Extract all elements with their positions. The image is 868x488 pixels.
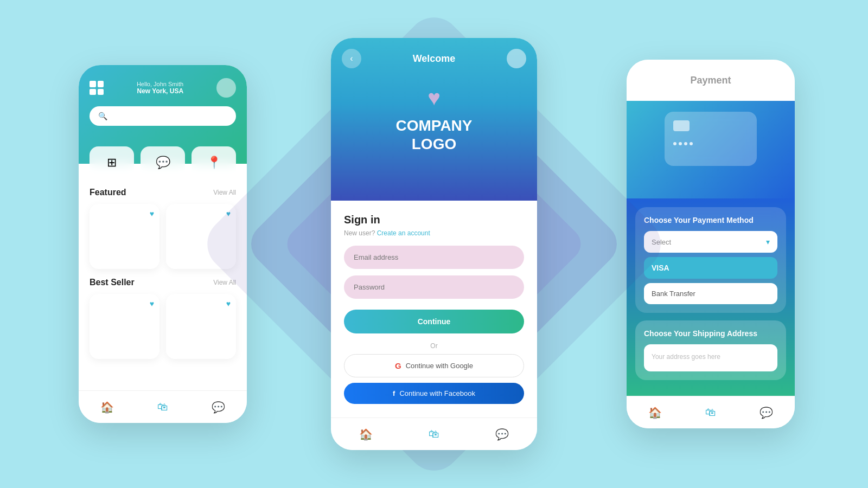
bestseller-header: Best Seller View All [90,278,236,287]
search-bar[interactable]: 🔍 [90,106,236,126]
payment-back-icon: ‹ [646,75,648,85]
payment-title: Payment [657,75,764,86]
bestseller-view-all[interactable]: View All [213,279,236,286]
payment-method-section: Choose Your Payment Method Select ▾ VISA… [635,207,786,313]
user-location: New York, USA [137,87,183,95]
bank-label: Bank Transfer [652,290,695,298]
back-button[interactable]: ‹ [342,49,361,68]
phone-login: ‹ Welcome ♥ COMPANY LOGO Sign in New use… [331,38,537,450]
facebook-label: Continue with Facebook [399,389,475,397]
login-nav-home[interactable]: 🏠 [359,428,373,441]
card-number-dots [673,142,748,145]
card-area [627,101,795,198]
grid-btn-icon: ⊞ [107,156,117,170]
password-field[interactable] [344,275,524,299]
login-nav-bag[interactable]: 🛍 [429,428,439,440]
grid-icon[interactable] [90,81,104,95]
nav-bag-icon[interactable]: 🛍 [157,401,168,413]
payment-method-title: Choose Your Payment Method [644,216,777,224]
payment-avatar[interactable] [764,70,784,90]
location-btn[interactable]: 📍 [192,146,236,179]
login-body: Sign in New user? Create an account Cont… [331,201,537,420]
grid-btn[interactable]: ⊞ [90,146,134,179]
chevron-down-icon: ▾ [766,237,770,246]
continue-button[interactable]: Continue [344,310,524,333]
phone-home: Hello, John Smith New York, USA 🔍 ⊞ 💬 📍 [79,65,247,423]
login-bottom-nav: 🏠 🛍 💬 [331,418,537,450]
nav-chat-icon[interactable]: 💬 [212,401,225,414]
heart-icon-4[interactable]: ♥ [226,299,231,308]
nav-home-icon[interactable]: 🏠 [100,401,114,414]
login-avatar[interactable] [507,49,526,68]
google-label: Continue with Google [406,362,473,370]
payment-nav-home[interactable]: 🏠 [648,406,662,419]
scene: Hello, John Smith New York, USA 🔍 ⊞ 💬 📍 [0,0,868,488]
bestseller-cards: ♥ ♥ [90,294,236,359]
payment-nav-chat[interactable]: 💬 [760,406,773,419]
shipping-address-section: Choose Your Shipping Address Your addres… [635,320,786,380]
email-field[interactable] [344,246,524,269]
visa-option[interactable]: VISA [644,257,777,279]
featured-header: Featured View All [90,188,236,197]
home-bottom-nav: 🏠 🛍 💬 [79,390,247,423]
address-title: Choose Your Shipping Address [644,329,777,338]
search-icon: 🔍 [98,112,107,120]
heart-logo: ♥ [427,86,441,110]
welcome-title: Welcome [413,53,456,65]
user-greeting: Hello, John Smith [137,81,183,87]
credit-card [665,112,757,166]
home-top-row: Hello, John Smith New York, USA [90,78,236,98]
featured-card-1[interactable]: ♥ [90,204,159,269]
or-text: Or [344,342,524,350]
login-top-row: ‹ Welcome [342,49,526,68]
heart-icon-3[interactable]: ♥ [150,299,154,308]
featured-view-all[interactable]: View All [213,189,236,196]
signin-title: Sign in [344,214,524,226]
payment-back-btn[interactable]: ‹ [637,70,657,90]
bestseller-card-1[interactable]: ♥ [90,294,159,359]
facebook-btn[interactable]: f Continue with Facebook [344,383,524,404]
payment-body: Choose Your Payment Method Select ▾ VISA… [627,198,795,396]
featured-cards: ♥ ♥ [90,204,236,269]
select-label: Select [652,238,671,246]
home-body: Featured View All ♥ ♥ Best Seller View A… [79,179,247,376]
phone-payment: ‹ Payment Choose Your Payment Method Se [627,60,795,428]
google-btn[interactable]: G Continue with Google [344,354,524,377]
payment-bottom-nav: 🏠 🛍 💬 [627,396,795,428]
featured-card-2[interactable]: ♥ [166,204,236,269]
google-icon: G [395,361,401,370]
bank-transfer-option[interactable]: Bank Transfer [644,283,777,304]
payment-select[interactable]: Select ▾ [644,231,777,253]
login-header: ‹ Welcome ♥ COMPANY LOGO [331,38,537,201]
heart-icon-1[interactable]: ♥ [150,209,154,218]
create-account-link[interactable]: Create an account [377,229,430,237]
payment-header: ‹ Payment [627,60,795,101]
facebook-icon: f [393,389,395,397]
company-logo: COMPANY LOGO [395,117,472,153]
chat-icon: 💬 [156,156,170,170]
heart-icon-2[interactable]: ♥ [226,209,231,218]
avatar[interactable] [216,78,236,98]
featured-title: Featured [90,188,126,197]
location-icon: 📍 [207,156,221,170]
visa-label: VISA [652,264,669,272]
bestseller-card-2[interactable]: ♥ [166,294,236,359]
bestseller-title: Best Seller [90,278,135,287]
address-input[interactable]: Your address goes here [644,344,777,371]
new-user-text: New user? Create an account [344,229,524,237]
card-chip [673,120,690,131]
chat-btn[interactable]: 💬 [141,146,185,179]
payment-nav-bag[interactable]: 🛍 [705,406,716,419]
address-placeholder: Your address goes here [652,353,720,361]
quick-icons: ⊞ 💬 📍 [79,146,247,179]
back-icon: ‹ [350,54,353,63]
user-info: Hello, John Smith New York, USA [137,81,183,95]
login-nav-chat[interactable]: 💬 [495,428,509,441]
